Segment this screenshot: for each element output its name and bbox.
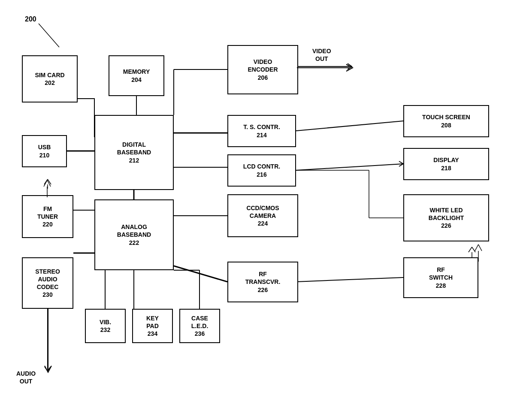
svg-line-27 <box>469 247 472 252</box>
memory-block: MEMORY204 <box>109 55 164 96</box>
touch-screen-block: TOUCH SCREEN208 <box>403 105 489 137</box>
analog-baseband-block: ANALOGBASEBAND222 <box>94 199 174 270</box>
svg-line-31 <box>44 180 47 187</box>
svg-line-35 <box>478 244 482 251</box>
ccd-cmos-block: CCD/CMOSCAMERA224 <box>227 194 298 237</box>
fm-tuner-antenna <box>41 178 54 197</box>
fm-tuner-block: FMTUNER220 <box>22 195 73 238</box>
video-out-arrow <box>297 61 359 74</box>
svg-line-0 <box>39 24 59 47</box>
video-encoder-block: VIDEOENCODER206 <box>227 45 298 94</box>
rf-switch-block: RFSWITCH228 <box>403 257 478 298</box>
svg-line-25 <box>174 266 227 282</box>
video-out-label: VIDEOOUT <box>312 47 331 63</box>
ts-contr-block: T. S. CONTR.214 <box>227 115 296 147</box>
svg-line-24 <box>296 277 403 282</box>
white-led-block: WHITE LEDBACKLIGHT226 <box>403 194 489 241</box>
usb-block: USB210 <box>22 135 67 167</box>
case-led-block: CASEL.E.D.236 <box>179 309 220 343</box>
svg-line-34 <box>475 244 478 251</box>
audio-out-arrow <box>41 308 56 377</box>
audio-out-label: AUDIOOUT <box>16 370 36 385</box>
lcd-contr-block: LCD CONTR.216 <box>227 154 296 187</box>
digital-baseband-block: DIGITALBASEBAND212 <box>94 115 174 190</box>
display-block: DISPLAY218 <box>403 148 489 180</box>
svg-line-7 <box>296 121 403 131</box>
rf-switch-antenna <box>472 242 485 262</box>
sim-card-block: SIM CARD202 <box>22 55 78 102</box>
svg-line-8 <box>296 164 403 170</box>
keypad-block: KEYPAD234 <box>132 309 173 343</box>
svg-line-32 <box>47 180 51 187</box>
rf-transcvr-block: RFTRANSCVR.226 <box>227 262 298 302</box>
reference-label: 200 <box>25 15 36 24</box>
vib-block: VIB.232 <box>85 309 126 343</box>
stereo-audio-block: STEREOAUDIOCODEC230 <box>22 257 73 309</box>
block-diagram: 200 VIDEOOUT AUDIOOUT SIM CARD202 MEMORY… <box>0 0 532 413</box>
